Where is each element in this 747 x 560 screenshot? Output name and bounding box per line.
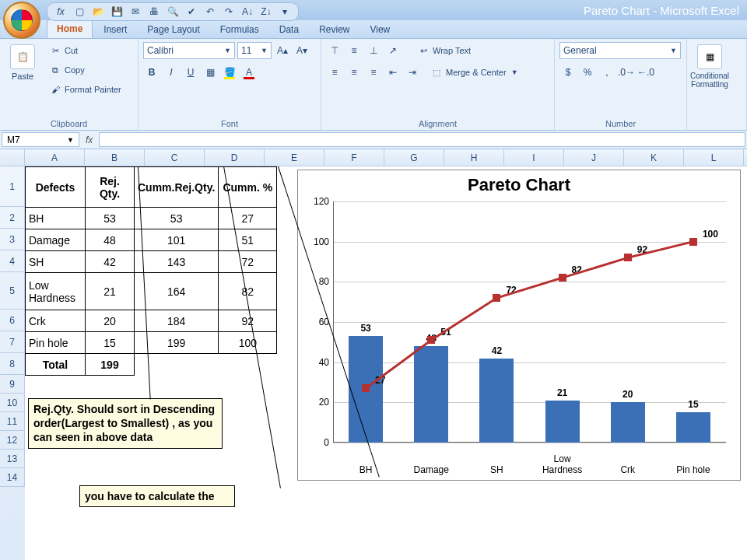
column-header[interactable]: J <box>564 149 624 166</box>
row-header[interactable]: 5 <box>0 272 25 310</box>
cell[interactable]: Pin hole <box>26 332 86 354</box>
copy-button[interactable]: ⧉Copy <box>45 61 125 79</box>
row-header[interactable]: 9 <box>0 375 25 394</box>
worksheet[interactable]: ABCDEFGHIJKL 1234567891011121314 Defects… <box>0 149 747 560</box>
tab-review[interactable]: Review <box>310 21 359 38</box>
row-header[interactable]: 7 <box>0 331 25 353</box>
tab-home[interactable]: Home <box>47 19 93 38</box>
decrease-decimal-button[interactable]: ←.0 <box>637 64 654 81</box>
cell[interactable]: 164 <box>135 273 219 310</box>
column-header[interactable]: H <box>444 149 504 166</box>
increase-indent-button[interactable]: ⇥ <box>404 64 421 81</box>
italic-button[interactable]: I <box>163 64 180 81</box>
align-center-button[interactable]: ≡ <box>345 64 363 81</box>
embedded-chart[interactable]: Pareto Chart 02040608010012053BH48Damage… <box>297 170 741 481</box>
column-header[interactable]: F <box>324 149 384 166</box>
paste-button[interactable]: 📋 Paste <box>5 42 40 83</box>
column-header[interactable]: G <box>384 149 444 166</box>
spell-icon[interactable]: ✔ <box>184 5 198 19</box>
sort-desc-icon[interactable]: Z↓ <box>259 5 273 19</box>
column-header[interactable]: K <box>624 149 684 166</box>
cells-area[interactable]: Defects Rej. Qty. Cumm.Rej.Qty. Cumm. % … <box>25 166 747 560</box>
formula-input[interactable] <box>99 132 745 147</box>
cut-button[interactable]: ✂Cut <box>45 42 125 59</box>
row-header[interactable]: 2 <box>0 207 25 229</box>
select-all-button[interactable] <box>0 149 25 166</box>
new-icon[interactable]: ▢ <box>72 5 86 19</box>
row-header[interactable]: 10 <box>0 394 25 412</box>
tab-insert[interactable]: Insert <box>94 21 136 38</box>
merge-center-button[interactable]: ⬚Merge & Center▼ <box>426 64 522 81</box>
cell[interactable]: 42 <box>86 251 135 273</box>
row-header[interactable]: 13 <box>0 450 25 468</box>
cell[interactable]: 100 <box>219 332 277 354</box>
cell[interactable]: 53 <box>86 208 135 229</box>
column-header[interactable]: A <box>25 149 85 166</box>
cell[interactable]: 92 <box>219 310 277 332</box>
column-header[interactable]: E <box>265 149 324 166</box>
increase-decimal-button[interactable]: .0→ <box>618 64 635 81</box>
fx-icon[interactable]: fx <box>81 131 97 149</box>
underline-button[interactable]: U <box>182 64 199 81</box>
cell[interactable]: SH <box>26 251 86 273</box>
currency-button[interactable]: $ <box>559 64 577 81</box>
cell[interactable]: Crk <box>26 310 86 332</box>
cell[interactable]: Damage <box>26 229 86 251</box>
border-button[interactable]: ▦ <box>202 64 219 81</box>
tab-pagelayout[interactable]: Page Layout <box>138 21 209 38</box>
shrink-font-button[interactable]: A▾ <box>293 42 310 59</box>
row-header[interactable]: 1 <box>0 166 25 207</box>
preview-icon[interactable]: 🔍 <box>166 5 180 19</box>
wrap-text-button[interactable]: ↩Wrap Text <box>413 42 475 59</box>
row-header[interactable]: 14 <box>0 468 25 487</box>
cell[interactable]: 27 <box>219 208 277 229</box>
comma-button[interactable]: , <box>598 64 615 81</box>
format-painter-button[interactable]: 🖌Format Painter <box>45 81 125 98</box>
redo-icon[interactable]: ↷ <box>222 5 236 19</box>
cell[interactable]: 15 <box>86 332 135 354</box>
row-header[interactable]: 4 <box>0 250 25 272</box>
number-format-combo[interactable]: General▼ <box>559 42 681 59</box>
font-color-button[interactable]: A <box>240 64 258 81</box>
column-header[interactable]: I <box>504 149 564 166</box>
percent-button[interactable]: % <box>579 64 596 81</box>
conditional-formatting-button[interactable]: ▦ Conditional Formatting <box>692 42 728 91</box>
orientation-button[interactable]: ↗ <box>384 42 402 59</box>
quickprint-icon[interactable]: 🖶 <box>147 5 161 19</box>
fx-icon[interactable]: fx <box>54 5 68 19</box>
mail-icon[interactable]: ✉ <box>128 5 142 19</box>
font-name-combo[interactable]: Calibri▼ <box>143 42 235 59</box>
row-header[interactable]: 12 <box>0 431 25 450</box>
cell[interactable]: 143 <box>135 251 219 273</box>
cell[interactable]: 20 <box>86 310 135 332</box>
undo-icon[interactable]: ↶ <box>203 5 217 19</box>
column-header[interactable]: B <box>85 149 145 166</box>
name-box[interactable]: M7▼ <box>2 132 79 147</box>
cell[interactable]: 72 <box>219 251 277 273</box>
grow-font-button[interactable]: A▴ <box>274 42 291 59</box>
decrease-indent-button[interactable]: ⇤ <box>384 64 402 81</box>
row-header[interactable]: 8 <box>0 353 25 375</box>
align-right-button[interactable]: ≡ <box>365 64 382 81</box>
cell[interactable]: 48 <box>86 229 135 251</box>
cell[interactable]: 101 <box>135 229 219 251</box>
align-top-button[interactable]: ⊤ <box>326 42 343 59</box>
qa-dropdown-icon[interactable]: ▾ <box>278 5 292 19</box>
cell[interactable]: BH <box>26 208 86 229</box>
sort-asc-icon[interactable]: A↓ <box>240 5 254 19</box>
tab-formulas[interactable]: Formulas <box>211 21 268 38</box>
cell[interactable]: Low Hardness <box>26 273 86 310</box>
row-header[interactable]: 3 <box>0 229 25 250</box>
tab-view[interactable]: View <box>360 21 399 38</box>
align-middle-button[interactable]: ≡ <box>345 42 363 59</box>
cell[interactable]: 53 <box>135 208 219 229</box>
column-header[interactable]: L <box>684 149 744 166</box>
fill-color-button[interactable]: 🪣 <box>221 64 238 81</box>
bold-button[interactable]: B <box>143 64 160 81</box>
tab-data[interactable]: Data <box>270 21 308 38</box>
open-icon[interactable]: 📂 <box>91 5 105 19</box>
column-header[interactable]: C <box>145 149 205 166</box>
row-header[interactable]: 6 <box>0 310 25 331</box>
save-icon[interactable]: 💾 <box>110 5 124 19</box>
align-bottom-button[interactable]: ⊥ <box>365 42 382 59</box>
